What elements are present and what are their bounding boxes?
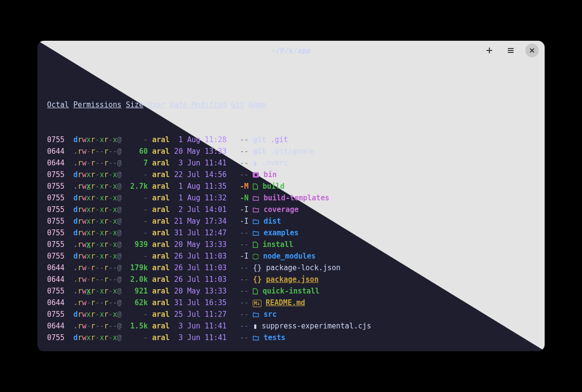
folder-open-icon <box>253 217 259 226</box>
git-status: -I <box>240 205 248 214</box>
file-outline-icon <box>253 287 258 295</box>
file-row: 0755 drwxr-xr-x@ - aral 26 Jul 11:03 -I … <box>47 250 535 262</box>
permissions: .rw-r--r--@ <box>73 159 121 167</box>
braces-icon: {} <box>253 263 261 272</box>
file-name: tests <box>264 333 286 342</box>
size: - <box>126 135 148 144</box>
git-status: -- <box>240 333 248 342</box>
user: aral <box>152 205 170 214</box>
close-button[interactable] <box>525 44 539 57</box>
date: 20 May 13:33 <box>174 147 226 156</box>
date: 20 May 13:33 <box>174 240 226 249</box>
octal: 0755 <box>47 333 65 342</box>
permissions: .rw-r--r--@ <box>73 275 121 284</box>
size: - <box>126 194 148 202</box>
size: 62k <box>126 298 148 307</box>
user: aral <box>152 298 170 307</box>
file-name: examples <box>264 229 299 237</box>
git-status: -- <box>240 287 248 295</box>
file-name: node_modules <box>263 252 316 261</box>
date: 31 Jul 12:47 <box>174 229 226 237</box>
file-name: install <box>263 240 293 249</box>
date: 31 Jul 16:35 <box>174 298 226 307</box>
date: 3 Jun 11:41 <box>174 159 226 167</box>
file-name: .git <box>271 135 288 144</box>
git-status: -M <box>240 182 248 191</box>
file-outline-icon <box>253 182 258 191</box>
permissions: .rwxr-xr-x@ <box>73 240 121 249</box>
permissions: .rw-r--r--@ <box>73 298 121 307</box>
column-headers: Octal Permissions Size User Date Modifie… <box>47 99 535 111</box>
file-row: 0644 .rw-r--r--@ 1.5k aral 3 Jun 11:41 -… <box>47 320 535 332</box>
octal: 0755 <box>47 217 65 226</box>
permissions: .rw-r--r--@ <box>73 263 121 272</box>
user: aral <box>152 263 170 272</box>
user: aral <box>152 322 170 330</box>
user: aral <box>152 333 170 342</box>
braces-icon: {} <box>253 275 261 284</box>
date: 26 Jul 11:03 <box>174 275 226 284</box>
date: 22 Jul 14:56 <box>174 170 226 179</box>
octal: 0755 <box>47 229 65 237</box>
size: 60 <box>126 147 148 156</box>
window-title: ~/P/k/app <box>271 47 310 55</box>
date: 1 Aug 11:32 <box>174 194 226 202</box>
size: - <box>126 217 148 226</box>
git-status: -- <box>240 322 248 330</box>
octal: 0755 <box>47 287 65 295</box>
file-icon: ▮ <box>253 322 257 330</box>
file-row: 0644 .rw-r--r--@ 7 aral 3 Jun 11:41 -- ▮… <box>47 157 535 169</box>
file-name: build-templates <box>264 194 329 202</box>
octal: 0755 <box>47 182 65 191</box>
date: 3 Jun 11:41 <box>174 333 226 342</box>
menu-button[interactable] <box>504 44 517 57</box>
file-name: package.json <box>266 275 319 284</box>
git-status: -- <box>240 229 248 237</box>
octal: 0755 <box>47 194 65 202</box>
file-row: 0755 drwxr-xr-x@ - aral 31 Jul 12:47 -- … <box>47 227 535 239</box>
file-name: dist <box>264 217 281 226</box>
size: - <box>126 170 148 179</box>
permissions: drwxr-xr-x@ <box>73 205 121 214</box>
size: 921 <box>126 287 148 295</box>
size: - <box>126 310 148 319</box>
file-row: 0644 .rw-r--r--@ 62k aral 31 Jul 16:35 -… <box>47 297 535 309</box>
new-tab-button[interactable] <box>483 44 496 57</box>
size: - <box>126 229 148 237</box>
folder-open-icon <box>253 333 259 342</box>
octal: 0755 <box>47 310 65 319</box>
permissions: drwxr-xr-x@ <box>73 194 121 202</box>
user: aral <box>152 229 170 237</box>
permissions: drwxr-xr-x@ <box>73 310 121 319</box>
size: 2.7k <box>126 182 148 191</box>
file-row: 0755 drwxr-xr-x@ - aral 21 May 17:34 -I … <box>47 215 535 227</box>
git-status: -N <box>240 194 248 202</box>
git-status: -- <box>240 263 248 272</box>
file-row: 0755 drwxr-xr-x@ - aral 3 Jun 11:41 -- t… <box>47 332 535 343</box>
permissions: drwxr-xr-x@ <box>73 333 121 342</box>
octal: 0644 <box>47 275 65 284</box>
file-row: 0644 .rw-r--r--@ 179k aral 26 Jul 11:03 … <box>47 262 535 274</box>
markdown-icon: M↓ <box>253 300 261 307</box>
terminal-content[interactable]: Octal Permissions Size User Date Modifie… <box>37 61 545 351</box>
permissions: drwxr-xr-x@ <box>73 170 121 179</box>
file-row: 0755 .rwxr-xr-x@ 2.7k aral 1 Aug 11:35 -… <box>47 180 535 192</box>
close-icon <box>528 47 536 54</box>
permissions: drwxr-xr-x@ <box>73 135 121 144</box>
permissions: drwxr-xr-x@ <box>73 217 121 226</box>
octal: 0755 <box>47 170 65 179</box>
git-icon: git <box>253 147 266 156</box>
size: 179k <box>126 263 148 272</box>
file-name: coverage <box>264 205 299 214</box>
file-row: 0755 drwxr-xr-x@ - aral 22 Jul 14:56 -- … <box>47 169 535 180</box>
permissions: drwxr-xr-x@ <box>73 229 121 237</box>
file-row: 0755 drwxr-xr-x@ - aral 1 Aug 11:32 -N b… <box>47 192 535 204</box>
git-icon: git <box>253 135 266 144</box>
octal: 0644 <box>47 263 65 272</box>
file-icon: ▮ <box>253 159 257 167</box>
octal: 0755 <box>47 252 65 261</box>
user: aral <box>152 275 170 284</box>
octal: 0644 <box>47 322 65 330</box>
git-status: -- <box>240 310 248 319</box>
git-status: -I <box>240 217 248 226</box>
